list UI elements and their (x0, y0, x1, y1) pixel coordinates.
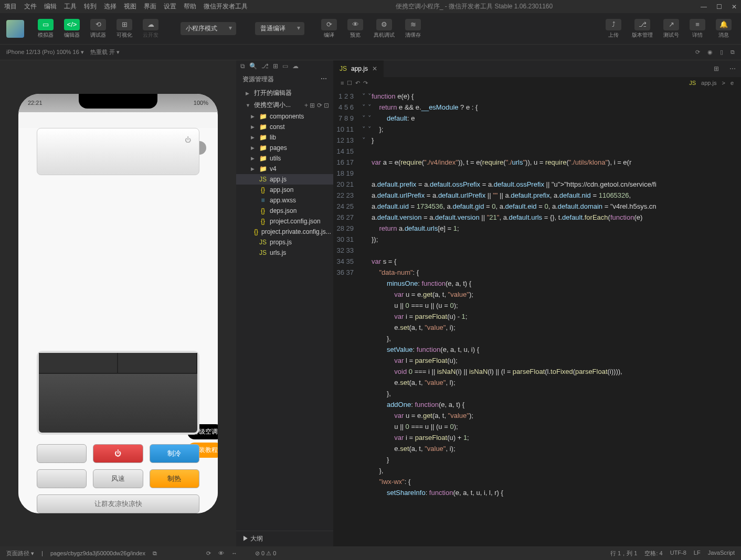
close-icon[interactable]: ✕ (732, 3, 737, 10)
avatar[interactable] (6, 20, 24, 38)
detail-button[interactable]: ≡ (690, 19, 705, 30)
compile-select[interactable]: 普通编译 (255, 22, 304, 35)
open-editors[interactable]: ▶打开的编辑器 (236, 87, 333, 99)
menu-project[interactable]: 项目 (4, 2, 17, 11)
search-icon[interactable]: 🔍 (249, 62, 257, 70)
outline-section[interactable]: ▶ 大纲 (236, 531, 333, 546)
window-title: 便携空调小程序_ - 微信开发者工具 Stable 1.06.2301160 (248, 2, 701, 11)
file-project-config[interactable]: {}project.config.json (236, 216, 333, 227)
page-path-label[interactable]: 页面路径 ▾ (6, 550, 34, 557)
preview-button[interactable]: 👁 (347, 19, 363, 30)
compile-button[interactable]: ⟳ (321, 19, 337, 30)
file-app-js[interactable]: JSapp.js (236, 174, 333, 185)
split-icon[interactable]: ⊞ (708, 65, 724, 72)
file-deps-json[interactable]: {}deps.json (236, 206, 333, 216)
testno-button[interactable]: ↗ (663, 19, 679, 30)
cool-button[interactable]: 制冷 (150, 444, 199, 463)
popout-icon[interactable]: ⧉ (731, 49, 735, 56)
file-urls-js[interactable]: JSurls.js (236, 247, 333, 258)
crumb-file[interactable]: app.js (701, 80, 716, 86)
tab-more-icon[interactable]: ⋯ (724, 65, 741, 72)
menu-wxdev[interactable]: 微信开发者工具 (204, 2, 248, 11)
cursor-position[interactable]: 行 1，列 1 (610, 550, 637, 557)
branch-icon[interactable]: ⎇ (261, 62, 269, 70)
remote-blank2[interactable] (37, 469, 87, 488)
perf-icon[interactable]: ⟳ (206, 550, 211, 557)
device-icon[interactable]: ▯ (720, 49, 723, 56)
fold-column[interactable]: ˅ ˅ ˅ ˅ ˅ ˅ ˅ ˅ ˅ (362, 89, 372, 546)
menu-ui[interactable]: 界面 (144, 2, 156, 11)
crumb-icon1[interactable]: ≡ (341, 80, 344, 86)
remote-debug-button[interactable]: ⚙ (376, 19, 392, 30)
project-root[interactable]: ▼便携空调小...+ ⊞ ⟳ ⊡ (236, 99, 333, 111)
mode-select[interactable]: 小程序模式 (181, 22, 236, 35)
crumb-icon4[interactable]: ↷ (363, 80, 368, 87)
simulator-pane: 22:21100% ••• ◎ 升级空调 安装教程 ⏻ 制冷 (0, 60, 236, 546)
menu-edit[interactable]: 编辑 (44, 2, 57, 11)
visual-button[interactable]: ⊞ (117, 19, 132, 30)
minimize-icon[interactable]: — (701, 3, 707, 10)
crumb-symbol[interactable]: e (731, 80, 734, 86)
file-app-json[interactable]: {}app.json (236, 185, 333, 195)
crumb-icon2[interactable]: ☐ (347, 80, 352, 87)
encoding-info[interactable]: UTF-8 (670, 550, 686, 557)
debugger-button[interactable]: ⟲ (90, 19, 106, 30)
eol-info[interactable]: LF (694, 550, 701, 557)
folder-const[interactable]: ▶📁const (236, 122, 333, 132)
phone-notch (79, 94, 157, 109)
ext2-icon[interactable]: ▭ (282, 62, 288, 70)
clear-cache-button[interactable]: ≋ (405, 19, 421, 30)
share-button[interactable]: 让群友凉快凉快 (37, 494, 199, 513)
indent-info[interactable]: 空格: 4 (644, 550, 662, 557)
device-bar: iPhone 12/13 (Pro) 100% 16 ▾ 热重载 开 ▾ ⟳ ◉… (0, 45, 741, 60)
upload-button[interactable]: ⤴ (606, 19, 621, 30)
crumb-icon3[interactable]: ↶ (355, 80, 360, 87)
menu-tool[interactable]: 工具 (64, 2, 77, 11)
remote-blank1[interactable] (37, 444, 87, 463)
menu-goto[interactable]: 转到 (84, 2, 97, 11)
file-app-wxss[interactable]: ≡app.wxss (236, 195, 333, 206)
record-icon[interactable]: ◉ (707, 49, 713, 56)
version-button[interactable]: ⎇ (634, 19, 650, 30)
folder-lib[interactable]: ▶📁lib (236, 132, 333, 143)
editor-button[interactable]: </> (64, 19, 80, 30)
gutter: 1 2 3 4 5 6 7 8 9 10 11 12 13 14 15 16 1… (333, 89, 362, 546)
folder-pages[interactable]: ▶📁pages (236, 143, 333, 153)
ext3-icon[interactable]: ☁ (292, 62, 299, 70)
maximize-icon[interactable]: ☐ (716, 3, 722, 10)
eye-icon[interactable]: 👁 (218, 550, 224, 556)
power-button[interactable]: ⏻ (93, 444, 143, 463)
ext1-icon[interactable]: ⊞ (273, 62, 278, 70)
heat-button[interactable]: 制热 (150, 469, 199, 488)
code-editor[interactable]: 1 2 3 4 5 6 7 8 9 10 11 12 13 14 15 16 1… (333, 89, 741, 546)
wind-button[interactable]: 风速 (93, 469, 143, 488)
language-info[interactable]: JavaScript (708, 550, 735, 557)
folder-utils[interactable]: ▶📁utils (236, 153, 333, 164)
menu-help[interactable]: 帮助 (184, 2, 196, 11)
error-count[interactable]: ⊘ 0 ⚠ 0 (255, 550, 276, 557)
explorer-more-icon[interactable]: ⋯ (321, 75, 327, 84)
menu-view[interactable]: 视图 (124, 2, 136, 11)
folder-v4[interactable]: ▶📁v4 (236, 164, 333, 174)
device-select[interactable]: iPhone 12/13 (Pro) 100% 16 ▾ (6, 49, 84, 56)
simulator-button[interactable]: ▭ (38, 19, 54, 30)
file-props-js[interactable]: JSprops.js (236, 237, 333, 247)
menu-file[interactable]: 文件 (24, 2, 37, 11)
menu-select[interactable]: 选择 (104, 2, 117, 11)
page-route[interactable]: pages/cbygz9da3j50000dw26g/index (50, 550, 145, 556)
cloud-button[interactable]: ☁ (143, 19, 158, 30)
tab-close-icon[interactable]: ✕ (372, 65, 377, 72)
file-project-private[interactable]: {}project.private.config.js... (236, 227, 333, 237)
message-button[interactable]: 🔔 (716, 19, 732, 30)
refresh-icon[interactable]: ⟳ (695, 49, 700, 56)
status-bar: 页面路径 ▾ | pages/cbygz9da3j50000dw26g/inde… (0, 546, 741, 560)
tab-app-js[interactable]: JSapp.js✕ (333, 60, 384, 77)
arrow-icon[interactable]: ↔ (231, 550, 237, 556)
file-tree: ▶打开的编辑器 ▼便携空调小...+ ⊞ ⟳ ⊡ ▶📁components ▶📁… (236, 87, 333, 531)
folder-components[interactable]: ▶📁components (236, 111, 333, 122)
toolbar: ▭模拟器 </>编辑器 ⟲调试器 ⊞可视化 ☁云开发 小程序模式 普通编译 ⟳编… (0, 13, 741, 45)
hot-reload[interactable]: 热重载 开 ▾ (90, 48, 120, 56)
files-icon[interactable]: ⧉ (240, 62, 245, 70)
copy-icon[interactable]: ⧉ (153, 550, 157, 557)
menu-settings[interactable]: 设置 (164, 2, 176, 11)
